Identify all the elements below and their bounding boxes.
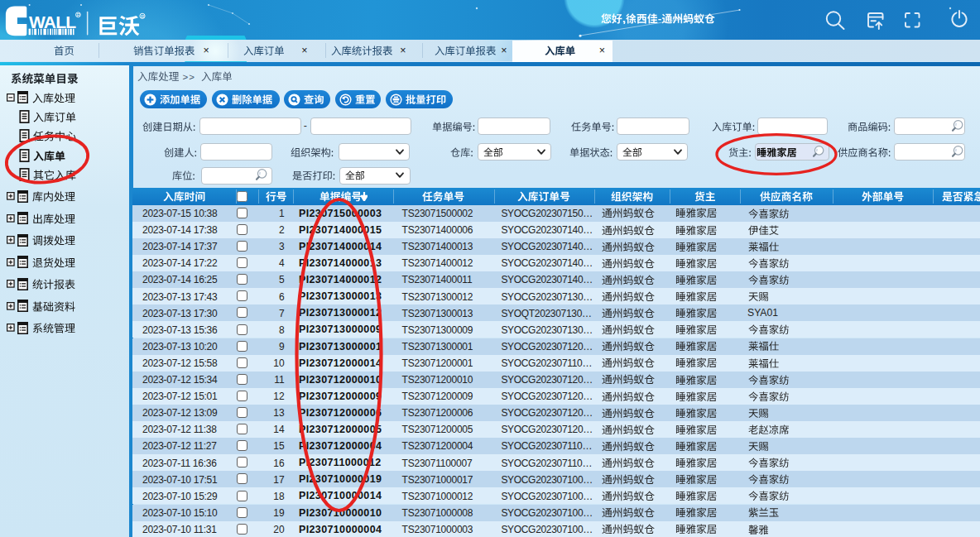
svg-text:R: R [77, 12, 80, 17]
svg-text:R: R [141, 13, 145, 19]
svg-text:WALL: WALL [29, 12, 76, 31]
